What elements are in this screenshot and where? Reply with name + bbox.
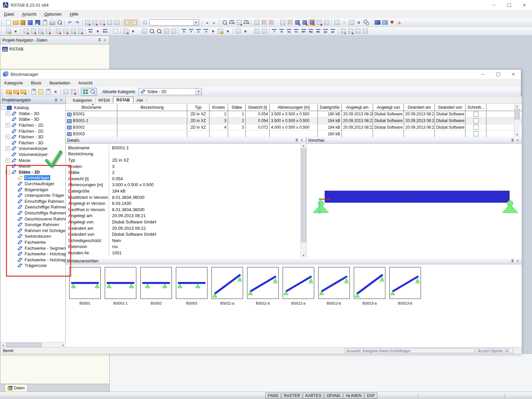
result-pz-icon[interactable]: pz	[330, 28, 336, 35]
dim-axx-icon[interactable]: Axx	[102, 28, 108, 35]
grid-settings-icon[interactable]	[287, 19, 293, 26]
close-button[interactable]: ✕	[517, 0, 532, 10]
tree-item-katalog[interactable]: -Katalog	[0, 105, 66, 111]
redo-icon[interactable]: ↷	[74, 19, 80, 26]
load-generate-icon[interactable]	[347, 28, 354, 35]
thumbnail-image[interactable]	[354, 267, 385, 299]
axis-caret-icon[interactable]: ▾	[210, 28, 216, 35]
panel-view-light-icon[interactable]	[381, 19, 388, 26]
combobox-dropdown-icon[interactable]: ▼	[193, 20, 199, 25]
edit-node-icon[interactable]	[30, 28, 37, 35]
table-row-bs001-1[interactable]: BS001-12D in XZ320.0543.500 x 0.500 x 0.…	[66, 118, 522, 124]
expand-icon[interactable]: +	[6, 123, 10, 127]
column-header-angelegt-am[interactable]: Angelegt am	[342, 104, 373, 111]
column-header-bezeichnung[interactable]: Bezeichnung	[117, 104, 187, 111]
thumbnail-image[interactable]	[105, 267, 136, 299]
tree-item-fl-chen-3d[interactable]: +Flächen - 3D	[0, 134, 66, 140]
wave-icon[interactable]	[354, 28, 361, 35]
thumbnail-image[interactable]	[140, 267, 172, 299]
scrollbar-thumb[interactable]	[6, 343, 42, 347]
write-protect-checkbox[interactable]	[473, 125, 478, 130]
zoom-in-icon[interactable]	[148, 28, 155, 35]
thumbnail-image[interactable]	[318, 267, 350, 299]
new-block-icon[interactable]	[13, 88, 19, 95]
expand-icon[interactable]: +	[6, 111, 10, 116]
column-header-gewicht-t[interactable]: Gewicht [t]	[246, 104, 270, 111]
tree-item-fl-chen-2d[interactable]: +Flächen - 2D	[0, 122, 66, 128]
new-support-icon[interactable]	[37, 28, 44, 35]
print-icon[interactable]	[49, 19, 56, 26]
bm-maximize-button[interactable]	[490, 69, 506, 79]
column-header-angelegt-von[interactable]: Angelegt von	[373, 104, 404, 111]
maximize-button[interactable]	[501, 0, 517, 10]
work-plane-icon[interactable]	[235, 28, 241, 35]
result-Vy-icon[interactable]: Vy	[286, 28, 292, 35]
export-block-icon[interactable]	[396, 19, 403, 26]
write-protect-checkbox[interactable]	[473, 112, 478, 117]
scroll-down-icon[interactable]: ▼	[301, 253, 306, 258]
result-My-icon[interactable]: My	[308, 28, 314, 35]
menu-datei[interactable]: Datei	[0, 10, 18, 18]
thumbnail-bs012-a[interactable]: BS012-a	[283, 267, 314, 305]
menu-block[interactable]: Block	[27, 79, 46, 87]
tab-rstab[interactable]: RSTAB	[113, 97, 133, 103]
status-button-ofang[interactable]: OFANG	[324, 393, 343, 399]
table-vertical-scrollbar[interactable]: ▲ ▼	[514, 104, 520, 137]
thumbnail-bs013-b[interactable]: BS013-b	[389, 267, 421, 305]
combobox-dropdown-icon[interactable]: ▼	[196, 88, 201, 95]
status-button-hlinien[interactable]: HLINIEN	[343, 393, 364, 399]
navigator-item-rstab[interactable]: RSTAB	[0, 45, 109, 52]
import-block-icon[interactable]	[389, 19, 395, 26]
table-row-bs002[interactable]: BS0022D in XZ430.0724.000 x 0.500 x 0.50…	[66, 124, 522, 131]
cube-view-2-icon[interactable]	[170, 28, 177, 35]
insert-node-icon[interactable]	[55, 28, 62, 35]
settings-gears-icon[interactable]	[363, 19, 369, 26]
thumbnail-bs013-a[interactable]: BS013-a	[354, 267, 385, 305]
column-header-abmessungen-m[interactable]: Abmessungen [m]	[270, 104, 318, 111]
move-copy-icon[interactable]	[294, 19, 301, 26]
status-button-fang[interactable]: FANG	[265, 393, 281, 399]
scroll-right-icon[interactable]: ▸	[61, 342, 66, 347]
delete-tool-icon[interactable]: ×	[355, 19, 362, 26]
result-N-icon[interactable]: N	[278, 28, 285, 35]
generate-icon[interactable]	[141, 28, 148, 35]
shear-tool-icon[interactable]	[84, 19, 91, 26]
thumbnail-bs003[interactable]: BS003	[176, 267, 207, 305]
connect-members-icon[interactable]	[122, 28, 129, 35]
pin-icon[interactable]	[510, 138, 515, 143]
axis-minus-y-icon[interactable]: -Y	[202, 28, 209, 35]
notes-icon[interactable]	[362, 28, 368, 35]
toolbar-combobox[interactable]: ▼	[149, 19, 199, 26]
thumbnail-bs012-b[interactable]: BS012-b	[318, 267, 350, 305]
thumbnail-image[interactable]	[69, 267, 101, 299]
copy-icon[interactable]	[30, 88, 37, 95]
column-header-schreib[interactable]: Schreib...	[466, 104, 486, 111]
tree-horizontal-scrollbar[interactable]: ◂ ▸	[0, 342, 66, 347]
result-Vz-icon[interactable]: Vz	[293, 28, 300, 35]
table-grid-view-icon[interactable]	[131, 19, 138, 26]
thumbnail-image[interactable]	[247, 267, 279, 299]
column-header-blockname[interactable]: Blockname	[66, 104, 117, 111]
tree-item-st-be-3d[interactable]: +Stäbe - 3D	[0, 111, 66, 117]
column-header-typ[interactable]: Typ	[187, 104, 209, 111]
thumbnail-bs001[interactable]: BS001	[69, 267, 101, 305]
measure-icon[interactable]	[236, 19, 242, 26]
insert-member-icon[interactable]	[62, 28, 69, 35]
pin-icon[interactable]	[53, 98, 59, 103]
minimize-button[interactable]	[486, 0, 501, 10]
axis-z-icon[interactable]: Z	[195, 28, 202, 35]
expand-icon[interactable]: +	[6, 158, 10, 163]
pin-icon[interactable]	[294, 138, 299, 143]
scroll-up-icon[interactable]: ▲	[301, 143, 306, 148]
select-special-icon[interactable]	[323, 19, 330, 26]
details-view-icon[interactable]	[89, 88, 96, 95]
back-icon[interactable]: ◂	[203, 19, 210, 26]
details-vertical-scrollbar[interactable]: ▲ ▼	[301, 143, 306, 258]
iso-caret-icon[interactable]: ▾	[224, 28, 231, 35]
thumbnail-bs011-b[interactable]: BS011-b	[247, 267, 279, 305]
tab-daten[interactable]: Daten	[5, 384, 28, 392]
close-icon[interactable]: ×	[102, 38, 107, 43]
menu-ansicht[interactable]: Ansicht	[18, 10, 40, 18]
panel-view-icon[interactable]	[374, 19, 381, 26]
dim-ax-caret-icon[interactable]: ▾	[94, 28, 101, 35]
